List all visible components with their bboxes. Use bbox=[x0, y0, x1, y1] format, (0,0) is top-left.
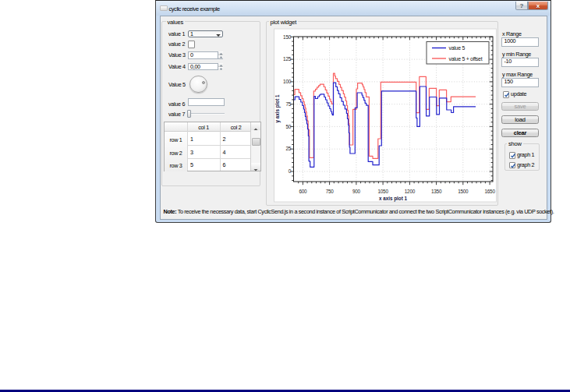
svg-text:50: 50 bbox=[285, 123, 291, 129]
svg-text:1500: 1500 bbox=[458, 189, 469, 194]
svg-text:125: 125 bbox=[283, 56, 292, 62]
svg-text:x axis plot 1: x axis plot 1 bbox=[379, 196, 408, 202]
svg-text:25: 25 bbox=[285, 146, 291, 151]
svg-text:900: 900 bbox=[352, 189, 361, 194]
svg-text:75: 75 bbox=[285, 101, 291, 106]
svg-text:1050: 1050 bbox=[377, 189, 388, 194]
svg-text:value 5: value 5 bbox=[449, 45, 466, 51]
svg-text:100: 100 bbox=[283, 79, 292, 84]
svg-text:value 5 + offset: value 5 + offset bbox=[449, 55, 483, 61]
svg-text:150: 150 bbox=[283, 34, 292, 39]
svg-text:1650: 1650 bbox=[484, 189, 495, 194]
svg-text:y axis plot 1: y axis plot 1 bbox=[274, 94, 281, 122]
svg-text:600: 600 bbox=[299, 189, 307, 194]
svg-text:1200: 1200 bbox=[405, 189, 416, 194]
svg-text:750: 750 bbox=[326, 189, 335, 194]
svg-text:1350: 1350 bbox=[431, 189, 442, 194]
